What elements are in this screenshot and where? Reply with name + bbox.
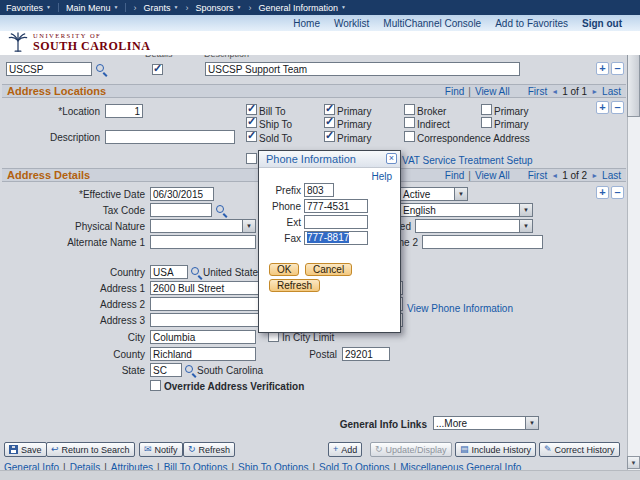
add-row-icon[interactable]: + (596, 62, 609, 75)
sold-primary-label: Primary (337, 133, 371, 144)
correct-history-button[interactable]: ✎Correct History (539, 442, 620, 457)
general-info-links-label: General Info Links (300, 419, 427, 430)
effective-date-input[interactable] (150, 187, 214, 201)
worklist-link[interactable]: Worklist (334, 18, 369, 29)
refresh-button[interactable]: ↻Refresh (183, 442, 235, 457)
dialog-title: Phone Information (266, 153, 356, 165)
scroll-down-button[interactable]: ▼ (627, 456, 640, 469)
prev-page-icon[interactable]: ◄ (551, 88, 558, 95)
pipe-separator: | (468, 86, 471, 97)
state-code-input[interactable] (150, 363, 182, 377)
bill-to-checkbox[interactable] (246, 104, 257, 115)
breadcrumb-separator-icon: › (133, 3, 136, 13)
scrollbar-thumb[interactable] (627, 45, 640, 117)
general-info-links-select[interactable]: ...More▼ (433, 416, 539, 430)
favorites-menu[interactable]: Favorites▼ (6, 3, 51, 13)
select-arrow-icon: ▼ (454, 188, 467, 200)
caret-down-icon: ▼ (341, 5, 346, 10)
fax-input[interactable]: 777-8817 (304, 231, 368, 245)
physical-nature-select[interactable]: ▼ (150, 219, 256, 233)
indirect-primary-checkbox[interactable] (481, 117, 492, 128)
menu-divider (125, 3, 126, 12)
next-page-icon[interactable]: ► (591, 172, 598, 179)
country-lookup-icon[interactable] (191, 267, 202, 278)
cancel-button[interactable]: Cancel (305, 263, 352, 276)
first-link[interactable]: First (528, 86, 547, 97)
alternate-name1-input[interactable] (150, 235, 256, 249)
prev-page-icon[interactable]: ◄ (551, 172, 558, 179)
status-select[interactable]: Active▼ (400, 187, 468, 201)
add-address-icon[interactable]: + (596, 186, 609, 199)
view-phone-information-link[interactable]: View Phone Information (407, 303, 513, 314)
main-menu[interactable]: Main Menu▼ (66, 3, 118, 13)
last-link[interactable]: Last (602, 86, 621, 97)
multichannel-console-link[interactable]: MultiChannel Console (383, 18, 481, 29)
dialog-refresh-button[interactable]: Refresh (269, 279, 320, 292)
add-button[interactable]: +Add (328, 442, 362, 457)
update-display-icon: ↻ (375, 445, 383, 454)
bill-primary-checkbox[interactable] (324, 104, 335, 115)
sponsor-id-input[interactable] (6, 62, 92, 76)
include-history-button[interactable]: ▤Include History (455, 442, 536, 457)
sponsor-details-checkbox[interactable] (152, 64, 163, 75)
correspondence-address-checkbox[interactable] (404, 131, 415, 142)
save-button[interactable]: Save (4, 442, 47, 457)
sign-out-link[interactable]: Sign out (582, 18, 622, 29)
add-location-icon[interactable]: + (596, 101, 609, 114)
sponsor-lookup-icon[interactable] (96, 64, 107, 75)
breadcrumb-sponsors[interactable]: Sponsors▼ (195, 3, 241, 13)
county-input[interactable] (150, 347, 256, 361)
add-icon: + (333, 445, 338, 454)
sold-primary-checkbox[interactable] (324, 131, 335, 142)
phone-information-dialog: Phone Information × Help Prefix Phone Ex… (258, 150, 401, 333)
vat-row-checkbox[interactable] (246, 153, 257, 164)
location-description-input[interactable] (105, 130, 235, 144)
first-link[interactable]: First (528, 170, 547, 181)
add-to-favorites-link[interactable]: Add to Favorites (495, 18, 568, 29)
ext-input[interactable] (304, 215, 368, 229)
view-all-link[interactable]: View All (475, 170, 510, 181)
prefix-input[interactable] (304, 183, 334, 197)
ship-primary-checkbox[interactable] (324, 117, 335, 128)
alternate-name2-input[interactable] (422, 235, 543, 249)
language-select[interactable]: English▼ (400, 203, 533, 217)
city-input[interactable] (150, 330, 256, 344)
return-to-search-button[interactable]: ↩Return to Search (46, 442, 135, 457)
refresh-icon: ↻ (188, 445, 196, 454)
tax-code-input[interactable] (150, 203, 212, 217)
where-performed-select[interactable]: ▼ (415, 219, 533, 233)
postal-input[interactable] (342, 347, 390, 361)
location-input[interactable] (105, 104, 143, 118)
next-page-icon[interactable]: ► (591, 88, 598, 95)
favorites-label: Favorites (6, 3, 43, 13)
sold-to-checkbox[interactable] (246, 131, 257, 142)
breadcrumb-grants[interactable]: Grants▼ (143, 3, 178, 13)
close-icon[interactable]: × (386, 153, 397, 164)
select-arrow-icon: ▼ (525, 417, 538, 429)
notify-button[interactable]: ✉Notify (139, 442, 183, 457)
tax-code-lookup-icon[interactable] (216, 205, 227, 216)
ship-to-checkbox[interactable] (246, 117, 257, 128)
state-label: State (8, 365, 145, 376)
delete-address-icon[interactable]: – (611, 186, 624, 199)
view-all-link[interactable]: View All (475, 86, 510, 97)
home-link[interactable]: Home (293, 18, 320, 29)
indirect-checkbox[interactable] (404, 117, 415, 128)
sponsor-description-input[interactable] (205, 62, 520, 76)
delete-location-icon[interactable]: – (611, 101, 624, 114)
phone-input[interactable] (304, 199, 368, 213)
ok-button[interactable]: OK (269, 263, 299, 276)
help-link[interactable]: Help (371, 171, 392, 182)
broker-primary-checkbox[interactable] (481, 104, 492, 115)
vat-service-treatment-setup-link[interactable]: VAT Service Treatment Setup (402, 155, 533, 166)
country-code-input[interactable] (150, 265, 188, 279)
state-lookup-icon[interactable] (185, 365, 196, 376)
last-link[interactable]: Last (602, 170, 621, 181)
find-link[interactable]: Find (445, 86, 464, 97)
find-link[interactable]: Find (445, 170, 464, 181)
broker-checkbox[interactable] (404, 104, 415, 115)
breadcrumb-general-information[interactable]: General Information▼ (258, 3, 346, 13)
override-address-verification-checkbox[interactable] (150, 380, 161, 391)
address-locations-title: Address Locations (7, 85, 106, 97)
delete-row-icon[interactable]: – (611, 62, 624, 75)
